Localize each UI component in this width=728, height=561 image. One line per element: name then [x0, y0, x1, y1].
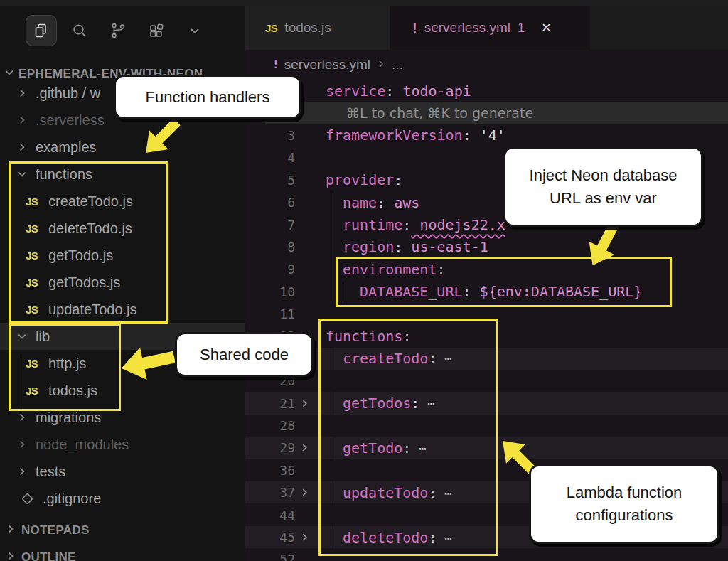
- tree-item-examples[interactable]: examples: [0, 134, 245, 161]
- code-text: environment:: [314, 261, 446, 278]
- fold-chevron-icon[interactable]: [295, 488, 314, 497]
- callout-text: Lambda function configurations: [540, 481, 709, 527]
- code-line[interactable]: 10DATABASE_URL: ${env:DATABASE_URL}: [245, 281, 728, 303]
- yaml-key: name: [343, 194, 377, 211]
- breadcrumb-file[interactable]: serverless.yml: [284, 57, 370, 73]
- indent-guide: [331, 348, 331, 370]
- tree-item-node-modules[interactable]: node_modules: [0, 431, 245, 458]
- section-outline[interactable]: OUTLINE: [0, 545, 245, 561]
- tree-item-label: getTodos.js: [48, 274, 120, 291]
- line-number: 6: [245, 195, 295, 210]
- line-number: 11: [245, 306, 295, 321]
- yaml-key: functions: [326, 328, 402, 345]
- yaml-key: environment: [343, 261, 437, 278]
- code-text: region: us-east-1: [314, 238, 488, 255]
- tree-item-deletetodo-js[interactable]: JS deleteTodo.js: [0, 215, 245, 242]
- chevron-down-icon[interactable]: [179, 15, 210, 46]
- tree-item-label: .serverless: [36, 112, 105, 129]
- line-number: 3: [245, 128, 295, 143]
- tab-todos-js[interactable]: JS todos.js: [245, 6, 391, 50]
- tree-item-gettodos-js[interactable]: JS getTodos.js: [0, 269, 245, 296]
- code-line[interactable]: 8region: us-east-1: [245, 236, 728, 258]
- code-line[interactable]: 52: [245, 548, 728, 561]
- extensions-icon[interactable]: [141, 15, 172, 46]
- tree-item-todos-js[interactable]: JS todos.js: [0, 377, 245, 404]
- tree-item-updatetodo-js[interactable]: JS updateTodo.js: [0, 296, 245, 323]
- tree-item-label: updateTodo.js: [48, 301, 137, 318]
- chevron-right-icon: [17, 439, 36, 449]
- section-label: NOTEPADS: [21, 523, 90, 538]
- close-icon[interactable]: ×: [542, 20, 551, 36]
- yaml-colon: :: [394, 238, 402, 255]
- yaml-colon: :: [402, 216, 411, 233]
- indent-guide: [331, 392, 331, 414]
- chevron-right-icon: [17, 88, 36, 98]
- code-line[interactable]: 1service: todo-api: [245, 80, 728, 102]
- fold-chevron-icon[interactable]: [295, 533, 314, 542]
- callout-text: Inject Neon database URL as env var: [514, 164, 692, 210]
- line-number: 52: [245, 552, 295, 561]
- yaml-colon: :: [377, 194, 385, 211]
- code-text: service: todo-api: [314, 82, 471, 100]
- line-number: 37: [245, 485, 295, 500]
- tab-label: todos.js: [284, 20, 331, 36]
- fold-chevron-icon[interactable]: [295, 443, 314, 452]
- chevron-right-icon: [377, 58, 385, 71]
- folded-ellipsis-icon[interactable]: ⋯: [437, 486, 452, 501]
- code-line[interactable]: 20: [245, 370, 728, 392]
- line-number: 7: [245, 218, 295, 233]
- js-icon: JS: [26, 277, 48, 289]
- code-line[interactable]: 29getTodo: ⋯: [245, 437, 728, 459]
- tree-item-gitignore[interactable]: .gitignore: [0, 485, 245, 512]
- editor-inline-hint[interactable]: ⌘L to chat, ⌘K to generate: [245, 102, 728, 124]
- chevron-right-icon: [17, 412, 36, 422]
- folded-ellipsis-icon[interactable]: ⋯: [437, 351, 452, 366]
- chevron-down-icon: [4, 68, 14, 80]
- tab-label: serverless.yml: [424, 20, 510, 36]
- yaml-colon: :: [437, 261, 445, 278]
- js-icon: JS: [26, 196, 48, 208]
- indent-guide: [331, 213, 331, 235]
- code-line[interactable]: 9environment:: [245, 258, 728, 280]
- code-line[interactable]: 28: [245, 415, 728, 437]
- tab-serverless-yml[interactable]: ! serverless.yml 1 ×: [391, 6, 590, 50]
- tree-item-createtodo-js[interactable]: JS createTodo.js: [0, 188, 245, 215]
- explorer-icon[interactable]: [26, 15, 57, 46]
- chevron-right-icon: [17, 142, 36, 152]
- code-text: runtime: nodejs22.x: [314, 216, 505, 233]
- code-line[interactable]: 13createTodo: ⋯: [245, 348, 728, 370]
- yaml-key: updateTodo: [343, 484, 428, 501]
- tree-item-tests[interactable]: tests: [0, 458, 245, 485]
- code-line[interactable]: 12functions:: [245, 325, 728, 347]
- tree-item-migrations[interactable]: migrations: [0, 404, 245, 431]
- indent-guide: [331, 191, 331, 213]
- line-number: 5: [245, 173, 295, 188]
- folded-ellipsis-icon[interactable]: ⋯: [437, 530, 452, 545]
- line-number: 44: [245, 508, 295, 523]
- code-line[interactable]: 11: [245, 303, 728, 325]
- source-control-icon[interactable]: [102, 15, 134, 46]
- yaml-colon: :: [428, 484, 437, 501]
- folded-ellipsis-icon[interactable]: ⋯: [419, 396, 435, 411]
- code-line[interactable]: 3frameworkVersion: '4': [245, 124, 728, 146]
- yaml-value: todo-api: [394, 82, 471, 100]
- folded-ellipsis-icon[interactable]: ⋯: [411, 441, 427, 456]
- indent-guide: [331, 481, 331, 503]
- line-number: 10: [245, 284, 295, 299]
- indent-guide: [331, 437, 331, 459]
- breadcrumb[interactable]: ! serverless.yml ...: [245, 50, 728, 80]
- tree-item-functions[interactable]: functions: [0, 161, 245, 188]
- tree-item-gettodo-js[interactable]: JS getTodo.js: [0, 242, 245, 269]
- code-text: deleteTodo: ⋯: [314, 529, 452, 546]
- section-notepads[interactable]: NOTEPADS: [0, 518, 245, 543]
- window-top-strip: [0, 0, 728, 6]
- tree-item-label: deleteTodo.js: [48, 220, 132, 237]
- breadcrumb-ellipsis[interactable]: ...: [392, 57, 403, 73]
- fold-chevron-icon[interactable]: [295, 399, 314, 408]
- tree-item-label: .github / w: [36, 85, 100, 102]
- tab-bar: JS todos.js ! serverless.yml 1 ×: [245, 6, 728, 50]
- chevron-right-icon: [6, 524, 16, 537]
- code-line[interactable]: 21getTodos: ⋯: [245, 392, 728, 414]
- code-text: name: aws: [314, 194, 419, 211]
- search-icon[interactable]: [64, 15, 95, 46]
